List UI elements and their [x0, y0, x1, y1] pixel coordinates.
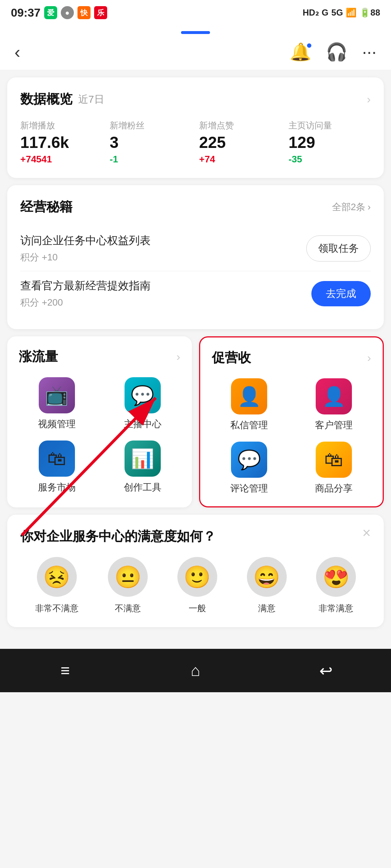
task-2-points: 积分 +200 — [20, 296, 151, 309]
data-overview-header: 数据概览 近7日 › — [20, 90, 371, 108]
back-button[interactable]: ‹ — [14, 42, 20, 62]
data-overview-card: 数据概览 近7日 › 新增播放 117.6k +74541 新增粉丝 3 -1 … — [7, 77, 384, 178]
iqiyi-icon: 爱 — [44, 6, 57, 19]
survey-card: × 你对企业服务中心的满意度如何？ 😣 非常不满意 😐 不满意 🙂 一般 😄 满… — [7, 515, 384, 627]
notification-wrapper[interactable]: 🔔 — [290, 42, 311, 62]
icon-item-service[interactable]: 🛍 服务市场 — [19, 441, 94, 494]
emoji-very-unsatisfied[interactable]: 😣 非常不满意 — [35, 557, 79, 614]
video-icon-box: 📺 — [39, 377, 75, 413]
tools-left-grid: 📺 视频管理 💬 主播中心 🛍 服务市场 — [19, 377, 180, 494]
tools-right-title: 促营收 — [212, 349, 251, 367]
nav-home-button[interactable]: ⌂ — [174, 656, 217, 685]
header-nav: ‹ 🔔 🎧 ··· — [0, 34, 391, 70]
icon-item-comment[interactable]: 💬 评论管理 — [212, 442, 286, 495]
customer-label: 客户管理 — [315, 419, 353, 431]
message-icon: 👤 — [237, 386, 261, 408]
emoji-row: 😣 非常不满意 😐 不满意 🙂 一般 😄 满意 😍 非常满意 — [20, 557, 371, 614]
message-label: 私信管理 — [230, 419, 268, 431]
icon-item-customer[interactable]: 👤 客户管理 — [297, 378, 371, 431]
msg-icon: ● — [61, 6, 74, 19]
task-row-1: 访问企业任务中心权益列表 积分 +10 领取任务 — [20, 226, 371, 271]
business-secrets-header: 经营秘籍 全部2条 › — [20, 198, 371, 216]
icon-item-product[interactable]: 🛍 商品分享 — [297, 442, 371, 495]
service-icon: 🛍 — [47, 448, 66, 469]
task-row-2: 查看官方最新经营提效指南 积分 +200 去完成 — [20, 271, 371, 316]
product-icon: 🛍 — [324, 449, 343, 471]
metric-fans-label: 新增粉丝 — [110, 120, 192, 131]
signal-5g: 5G — [331, 8, 343, 18]
comment-label: 评论管理 — [230, 482, 268, 495]
icon-item-message[interactable]: 👤 私信管理 — [212, 378, 286, 431]
metric-fans-change: -1 — [110, 154, 192, 165]
emoji-unsatisfied[interactable]: 😐 不满意 — [108, 557, 148, 614]
g-indicator: G — [322, 8, 329, 18]
metric-plays-value: 117.6k — [20, 133, 102, 152]
creation-icon-box: 📊 — [125, 441, 161, 477]
creation-icon: 📊 — [131, 448, 154, 470]
product-icon-box: 🛍 — [316, 442, 352, 478]
more-icon[interactable]: ··· — [362, 42, 377, 62]
task-1-points: 积分 +10 — [20, 251, 151, 264]
anchor-icon-box: 💬 — [125, 377, 161, 413]
red-icon: 乐 — [94, 6, 107, 19]
emoji-neutral[interactable]: 🙂 一般 — [177, 557, 217, 614]
metric-plays-label: 新增播放 — [20, 120, 102, 131]
tools-card-left: 涨流量 › 📺 视频管理 💬 主播中心 — [7, 336, 192, 507]
hd-indicator: HD₂ — [303, 8, 319, 18]
icon-item-video[interactable]: 📺 视频管理 — [19, 377, 94, 430]
business-count-arrow: › — [367, 201, 371, 213]
emoji-unsatisfied-face: 😐 — [108, 557, 148, 597]
emoji-very-satisfied-face: 😍 — [316, 557, 356, 597]
service-icon-box: 🛍 — [39, 441, 75, 477]
icon-item-anchor[interactable]: 💬 主播中心 — [105, 377, 180, 430]
icon-item-creation[interactable]: 📊 创作工具 — [105, 441, 180, 494]
emoji-very-unsatisfied-label: 非常不满意 — [35, 603, 79, 614]
nav-bar: ≡ ⌂ ↩ — [0, 649, 391, 692]
metric-likes: 新增点赞 225 +74 — [199, 120, 281, 165]
metric-plays: 新增播放 117.6k +74541 — [20, 120, 102, 165]
orange-icon: 快 — [77, 6, 91, 19]
metric-fans-value: 3 — [110, 133, 192, 152]
business-secrets-title: 经营秘籍 — [20, 198, 72, 216]
task-2-desc: 查看官方最新经营提效指南 — [20, 278, 151, 293]
metric-likes-value: 225 — [199, 133, 281, 152]
status-bar: 09:37 爱 ● 快 乐 HD₂ G 5G 📶 🔋88 — [0, 0, 391, 25]
business-count-label: 全部2条 — [332, 201, 365, 213]
status-right: HD₂ G 5G 📶 🔋88 — [303, 8, 380, 18]
emoji-satisfied[interactable]: 😄 满意 — [247, 557, 287, 614]
metric-visits-change: -35 — [289, 154, 371, 165]
tools-left-title: 涨流量 — [19, 348, 58, 366]
emoji-very-satisfied[interactable]: 😍 非常满意 — [316, 557, 356, 614]
task-1-button[interactable]: 领取任务 — [306, 235, 371, 261]
task-2-button[interactable]: 去完成 — [311, 281, 371, 306]
metric-visits-label: 主页访问量 — [289, 120, 371, 131]
headset-icon[interactable]: 🎧 — [326, 42, 348, 62]
tools-grid: 涨流量 › 📺 视频管理 💬 主播中心 — [7, 336, 384, 507]
anchor-label: 主播中心 — [124, 418, 161, 430]
customer-icon: 👤 — [322, 386, 346, 408]
task-2-left: 查看官方最新经营提效指南 积分 +200 — [20, 278, 151, 309]
notification-dot — [306, 43, 312, 48]
comment-icon: 💬 — [237, 449, 261, 471]
top-pill — [0, 25, 391, 34]
nav-menu-button[interactable]: ≡ — [43, 656, 87, 685]
tools-card-right: 促营收 › 👤 私信管理 👤 客户管理 — [199, 336, 384, 507]
message-icon-box: 👤 — [231, 378, 267, 414]
business-secrets-count[interactable]: 全部2条 › — [332, 201, 371, 213]
status-time: 09:37 — [11, 6, 41, 20]
survey-close-button[interactable]: × — [362, 525, 371, 541]
tools-left-header: 涨流量 › — [19, 348, 180, 366]
emoji-satisfied-label: 满意 — [258, 603, 276, 614]
data-overview-arrow[interactable]: › — [367, 93, 371, 106]
emoji-neutral-face: 🙂 — [177, 557, 217, 597]
tools-right-arrow[interactable]: › — [367, 351, 371, 365]
metric-plays-change: +74541 — [20, 154, 102, 165]
tools-left-arrow[interactable]: › — [176, 350, 180, 363]
page-wrapper: 09:37 爱 ● 快 乐 HD₂ G 5G 📶 🔋88 ‹ 🔔 🎧 ··· — [0, 0, 391, 692]
tools-right-header: 促营收 › — [212, 349, 371, 367]
emoji-very-satisfied-label: 非常满意 — [319, 603, 353, 614]
tools-right-grid: 👤 私信管理 👤 客户管理 💬 评论管理 — [212, 378, 371, 495]
video-label: 视频管理 — [38, 418, 76, 430]
nav-back-button[interactable]: ↩ — [304, 656, 348, 685]
business-secrets-card: 经营秘籍 全部2条 › 访问企业任务中心权益列表 积分 +10 领取任务 查看官… — [7, 185, 384, 329]
